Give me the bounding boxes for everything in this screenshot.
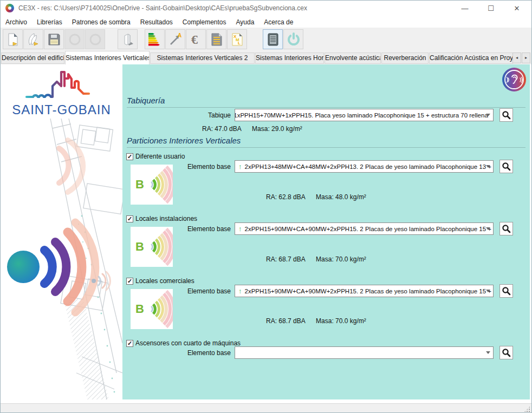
rating-arrow-button[interactable]: A bbox=[165, 29, 185, 49]
menu-item-archivo[interactable]: Archivo bbox=[1, 18, 32, 26]
chevron-down-icon bbox=[486, 227, 490, 230]
power-icon bbox=[286, 32, 301, 47]
sound-wave-icon bbox=[7, 222, 95, 312]
energy-label-icon bbox=[147, 32, 162, 47]
dropdown-value: 2xPPH13+48MW+CA+48MW+2xPPH13. 2 Placas d… bbox=[245, 163, 494, 170]
masa-value: Masa: 29.0 kg/m² bbox=[252, 125, 302, 133]
tab-scroll-right-button[interactable]: ▸ bbox=[522, 53, 530, 63]
menu-item-librerias[interactable]: Librerías bbox=[32, 18, 67, 26]
masa-value: Masa: 70.0 kg/m² bbox=[316, 317, 366, 325]
close-button[interactable]: ✕ bbox=[504, 1, 529, 16]
ra-value: RA: 68.7 dBA bbox=[266, 255, 306, 263]
tab-bar: Descripción del edificio Sistemas Interi… bbox=[1, 51, 531, 64]
euro-button[interactable]: € bbox=[186, 29, 206, 49]
xml-export-icon: X M L bbox=[230, 32, 244, 47]
checkbox-icon[interactable]: ✓ bbox=[126, 340, 133, 347]
checkbox-diferente-usuario[interactable]: ✓ Diferente usuario bbox=[126, 153, 185, 160]
new-file-button[interactable] bbox=[3, 29, 23, 49]
elemento-base-label: Elemento base bbox=[127, 349, 231, 357]
tab-calificacion-acustica[interactable]: Calificación Acústica en Proyect bbox=[429, 53, 513, 64]
window-title: CE3X - res: C:\Users\P7140025\OneDrive -… bbox=[18, 4, 307, 12]
tabiqueria-results: RA: 47.0 dBA Masa: 29.0 kg/m² bbox=[202, 125, 311, 133]
ra-value: RA: 68.7 dBA bbox=[266, 317, 306, 325]
svg-text:A: A bbox=[178, 32, 181, 38]
maximize-button[interactable]: ☐ bbox=[478, 1, 503, 16]
elemento-base-dropdown-1[interactable]: ↑ 2xPPH13+48MW+CA+48MW+2xPPH13. 2 Placas… bbox=[235, 160, 494, 173]
search-icon bbox=[502, 348, 511, 357]
open-file-icon bbox=[27, 32, 41, 47]
menu-item-acerca[interactable]: Acerca de bbox=[259, 18, 298, 26]
tabique-label: Tabique bbox=[127, 112, 231, 119]
tab-sistemas-interiores-horizontales[interactable]: Sistemas Interiores Horizontales bbox=[255, 53, 324, 64]
toolbar: A € X M L bbox=[1, 28, 531, 51]
acoustics-ear-icon bbox=[502, 67, 527, 92]
building-3d-icon bbox=[121, 32, 135, 47]
dropdown-value: 2xPPH15+90MW+CA+90MW+2xPPH15. 2 Placas d… bbox=[245, 226, 494, 232]
masa-value: Masa: 70.0 kg/m² bbox=[316, 255, 366, 263]
elemento-base-dropdown-2[interactable]: ↑ 2xPPH15+90MW+CA+90MW+2xPPH15. 2 Placas… bbox=[235, 222, 494, 235]
disabled-icon bbox=[68, 32, 82, 47]
acoustic-rating-b-icon: B bbox=[131, 227, 173, 267]
rating-arrow-icon: A bbox=[168, 32, 183, 47]
datos-panel-button[interactable] bbox=[263, 29, 283, 49]
elemento-base-search-button-1[interactable] bbox=[499, 160, 513, 173]
up-arrow-icon: ↑ bbox=[238, 162, 242, 171]
building-3d-button[interactable] bbox=[118, 29, 138, 49]
checkbox-locales-instalaciones[interactable]: ✓ Locales instalaciones bbox=[126, 215, 197, 222]
resize-grip[interactable] bbox=[524, 407, 530, 412]
status-bar bbox=[1, 403, 531, 413]
section-title-tabiqueria: Tabiquería bbox=[127, 96, 525, 108]
tab-scroll-left-button[interactable]: ◂ bbox=[512, 53, 521, 63]
acoustic-rating-b-icon: B bbox=[131, 289, 173, 329]
elemento-base-search-button-3[interactable] bbox=[499, 284, 513, 298]
ra-value: RA: 62.8 dBA bbox=[266, 193, 306, 201]
chevron-down-icon bbox=[486, 114, 490, 116]
tab-descripcion-edificio[interactable]: Descripción del edificio bbox=[1, 53, 64, 64]
tab-sistemas-interiores-verticales-2[interactable]: Sistemas Interiores Verticales 2 bbox=[150, 53, 255, 64]
building-illustration bbox=[1, 119, 122, 399]
menu-item-ayuda[interactable]: Ayuda bbox=[231, 18, 259, 26]
chevron-down-icon bbox=[486, 290, 490, 292]
save-button[interactable] bbox=[44, 29, 64, 49]
xml-export-button[interactable]: X M L bbox=[227, 29, 247, 49]
search-icon bbox=[502, 286, 511, 296]
saint-gobain-logo: SAINT-GOBAIN bbox=[6, 69, 117, 120]
elemento-base-search-button-2[interactable] bbox=[499, 222, 513, 235]
tab-sistemas-interiores-verticales[interactable]: Sistemas Interiores Verticales bbox=[65, 51, 150, 64]
section-title-particiones: Particiones Interiores Verticales bbox=[127, 136, 525, 148]
svg-text:L: L bbox=[238, 41, 241, 45]
elemento-base-dropdown-3[interactable]: ↑ 2xPPH15+90MW+CA+90MW+2xPPH15. 2 Placas… bbox=[235, 285, 494, 297]
particion-results: RA: 68.7 dBA Masa: 70.0 kg/m² bbox=[266, 317, 375, 325]
particion-results: RA: 62.8 dBA Masa: 48.0 kg/m² bbox=[266, 193, 375, 201]
svg-text:€: € bbox=[191, 32, 198, 47]
particion-results: RA: 68.7 dBA Masa: 70.0 kg/m² bbox=[266, 255, 375, 263]
disabled-icon bbox=[88, 32, 102, 47]
checkbox-icon[interactable]: ✓ bbox=[126, 278, 133, 285]
menu-item-resultados[interactable]: Resultados bbox=[135, 18, 178, 26]
power-button[interactable] bbox=[283, 29, 303, 49]
elemento-base-search-button-4[interactable] bbox=[499, 346, 513, 359]
checkbox-ascensores[interactable]: ✓ Ascensores con cuarto de máquinas bbox=[126, 339, 241, 347]
acoustic-rating-b-icon: B bbox=[131, 165, 173, 205]
disabled-tool-button bbox=[85, 29, 105, 49]
elemento-base-dropdown-4[interactable] bbox=[235, 346, 494, 359]
checkbox-locales-comerciales[interactable]: ✓ Locales comerciales bbox=[126, 277, 194, 285]
tab-envolvente-acustica[interactable]: Envolvente acústica bbox=[325, 53, 381, 64]
search-icon bbox=[502, 224, 511, 233]
open-file-button[interactable] bbox=[23, 29, 43, 49]
arrow-right-icon: ▸ bbox=[525, 55, 527, 60]
report-button[interactable] bbox=[206, 29, 226, 49]
tabique-search-button[interactable] bbox=[499, 108, 513, 122]
menu-item-complementos[interactable]: Complementos bbox=[178, 18, 231, 26]
app-window: CE3X - res: C:\Users\P7140025\OneDrive -… bbox=[0, 0, 532, 413]
minimize-button[interactable]: — bbox=[452, 1, 477, 16]
menu-bar: Archivo Librerías Patrones de sombra Res… bbox=[1, 16, 531, 28]
checkbox-icon[interactable]: ✓ bbox=[126, 215, 133, 222]
dropdown-value: 1xPPH15+70MW+1xPPH15. Placa yeso laminad… bbox=[235, 112, 488, 119]
tabique-dropdown[interactable]: 1xPPH15+70MW+1xPPH15. Placa yeso laminad… bbox=[235, 109, 494, 121]
menu-item-patrones[interactable]: Patrones de sombra bbox=[67, 18, 135, 26]
main-area: SAINT-GOBAIN bbox=[1, 64, 532, 399]
tab-reverberacion[interactable]: Reverberación bbox=[381, 53, 429, 64]
energy-label-button[interactable] bbox=[145, 29, 165, 49]
checkbox-icon[interactable]: ✓ bbox=[126, 153, 133, 160]
